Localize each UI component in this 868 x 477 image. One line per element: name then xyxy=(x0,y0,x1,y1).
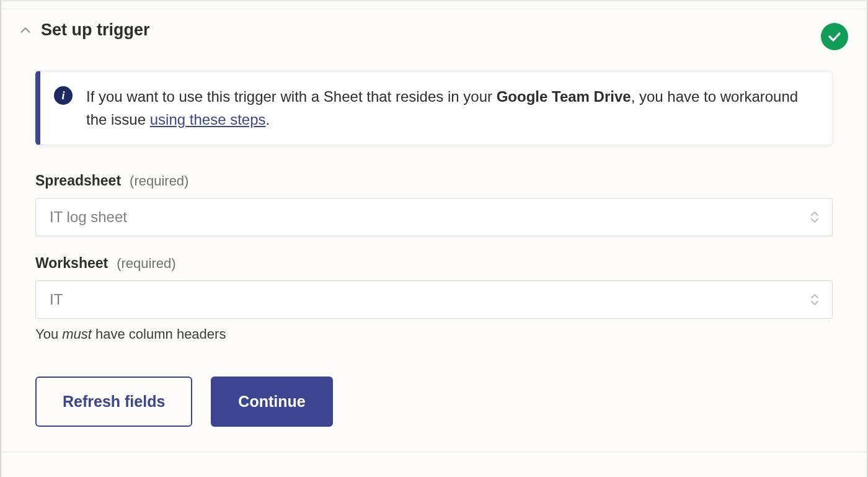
helper-italic: must xyxy=(62,326,92,342)
button-row: Refresh fields Continue xyxy=(35,377,833,427)
helper-prefix: You xyxy=(35,326,62,342)
worksheet-helper: You must have column headers xyxy=(35,326,833,342)
spreadsheet-select[interactable]: IT log sheet xyxy=(35,198,833,236)
chevron-up-icon xyxy=(19,24,32,37)
select-caret-icon xyxy=(810,293,820,306)
info-text: If you want to use this trigger with a S… xyxy=(86,85,815,131)
trigger-setup-panel: Set up trigger i If you want to use this… xyxy=(0,0,868,477)
panel-top-divider xyxy=(1,1,867,9)
refresh-fields-button[interactable]: Refresh fields xyxy=(35,377,192,427)
info-icon: i xyxy=(54,86,73,105)
worksheet-select[interactable]: IT xyxy=(35,280,833,319)
info-text-prefix: If you want to use this trigger with a S… xyxy=(86,88,497,105)
spreadsheet-field: Spreadsheet (required) IT log sheet xyxy=(35,172,833,236)
section-header[interactable]: Set up trigger xyxy=(1,9,867,46)
status-complete-icon xyxy=(821,23,848,50)
select-caret-icon xyxy=(810,211,820,223)
info-text-suffix: . xyxy=(266,111,270,128)
continue-button[interactable]: Continue xyxy=(211,377,332,427)
worksheet-label: Worksheet xyxy=(35,255,108,272)
worksheet-field: Worksheet (required) IT You must have co… xyxy=(35,255,833,342)
panel-bottom-divider xyxy=(1,452,867,454)
spreadsheet-label: Spreadsheet xyxy=(35,172,121,189)
spreadsheet-required: (required) xyxy=(130,173,188,189)
spreadsheet-label-row: Spreadsheet (required) xyxy=(35,172,833,189)
worksheet-required: (required) xyxy=(117,256,175,272)
worksheet-label-row: Worksheet (required) xyxy=(35,255,833,272)
section-body: i If you want to use this trigger with a… xyxy=(1,46,867,452)
helper-suffix: have column headers xyxy=(92,326,226,342)
spreadsheet-value: IT log sheet xyxy=(50,208,127,225)
info-banner: i If you want to use this trigger with a… xyxy=(35,71,833,145)
worksheet-value: IT xyxy=(50,291,63,308)
info-link[interactable]: using these steps xyxy=(150,111,266,128)
info-text-bold: Google Team Drive xyxy=(497,88,631,105)
section-title: Set up trigger xyxy=(41,20,150,40)
